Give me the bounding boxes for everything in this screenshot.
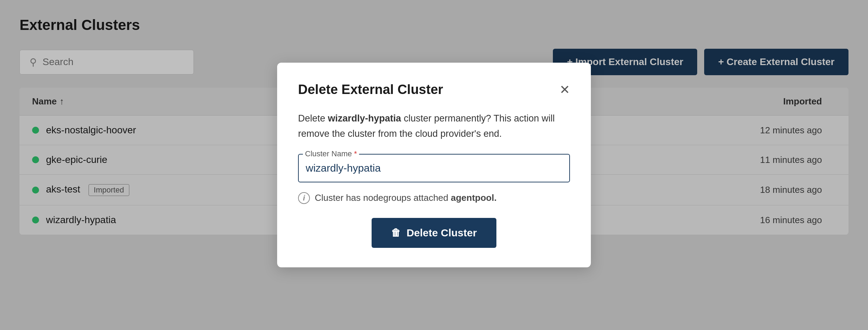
delete-cluster-modal: Delete External Cluster ✕ Delete wizardl… (277, 63, 591, 267)
close-modal-button[interactable]: ✕ (559, 84, 570, 96)
modal-header: Delete External Cluster ✕ (298, 82, 570, 97)
modal-body: Delete wizardly-hypatia cluster permanen… (298, 111, 570, 204)
cluster-name-bold: wizardly-hypatia (328, 113, 401, 124)
info-icon: i (298, 192, 310, 204)
modal-overlay[interactable]: Delete External Cluster ✕ Delete wizardl… (0, 0, 868, 330)
field-label: Cluster Name * (303, 149, 359, 158)
modal-footer: 🗑 Delete Cluster (298, 218, 570, 248)
cluster-name-field-wrapper: Cluster Name * (298, 154, 570, 182)
info-text: Cluster has nodegroups attached agentpoo… (315, 192, 497, 203)
modal-description: Delete wizardly-hypatia cluster permanen… (298, 111, 570, 141)
modal-title: Delete External Cluster (298, 82, 443, 97)
trash-icon: 🗑 (391, 227, 401, 238)
delete-cluster-button[interactable]: 🗑 Delete Cluster (372, 218, 496, 248)
info-banner: i Cluster has nodegroups attached agentp… (298, 192, 570, 204)
